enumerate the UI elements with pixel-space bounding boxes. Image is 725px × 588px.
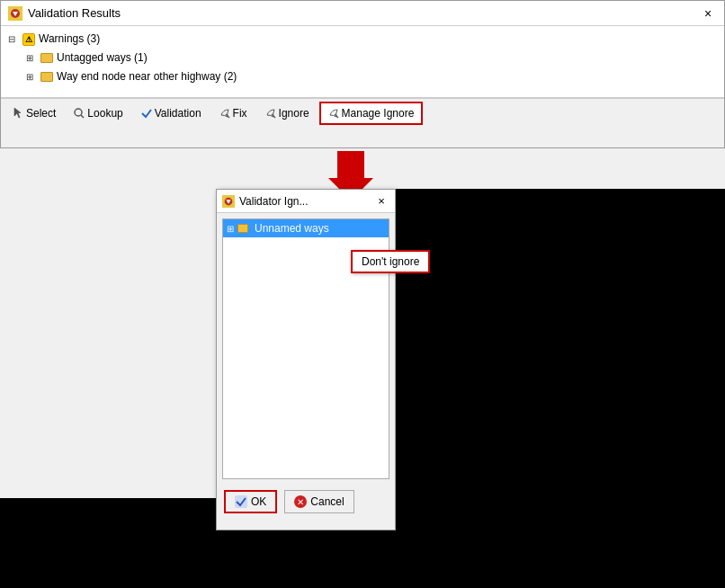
svg-point-4 [75, 109, 82, 116]
main-title-bar: Validation Results × [1, 1, 724, 26]
ignore-icon [265, 108, 276, 119]
untagged-ways-item[interactable]: ⊞ Untagged ways (1) [26, 49, 717, 67]
warnings-label: Warnings (3) [39, 31, 100, 48]
select-label: Select [26, 107, 56, 120]
dialog-footer: OK ✕ Cancel [217, 485, 395, 519]
ignore-label: Ignore [279, 107, 309, 120]
expand-icon-untagged: ⊞ [26, 51, 37, 66]
svg-line-5 [81, 115, 84, 118]
ignore-dialog: Validator Ign... × ⊞ Unnamed ways OK ✕ C… [216, 189, 396, 530]
folder-icon-wayend [40, 72, 53, 82]
manage-ignore-button[interactable]: Manage Ignore [319, 102, 424, 125]
expand-icon: ⊟ [8, 32, 19, 47]
main-window-close-button[interactable]: × [699, 4, 717, 22]
main-window-title: Validation Results [28, 6, 121, 20]
untagged-ways-label: Untagged ways (1) [57, 49, 148, 67]
toolbar: Select Lookup Validation Fix [1, 98, 724, 128]
select-button[interactable]: Select [4, 102, 64, 125]
validation-results-window: Validation Results × ⊟ ⚠ Warnings (3) ⊞ … [0, 0, 725, 148]
dialog-title-text: Validator Ign... [239, 195, 309, 208]
way-end-node-label: Way end node near other highway (2) [57, 68, 237, 85]
warnings-root-item[interactable]: ⊟ ⚠ Warnings (3) [8, 30, 717, 49]
ok-label: OK [251, 495, 266, 508]
warning-icon: ⚠ [22, 33, 35, 46]
select-icon [13, 108, 23, 119]
svg-marker-3 [14, 108, 21, 118]
validation-icon [141, 108, 152, 119]
cancel-icon: ✕ [294, 495, 307, 508]
dialog-title-left: Validator Ign... [222, 195, 309, 208]
expand-icon-wayend: ⊞ [26, 70, 37, 85]
validation-button[interactable]: Validation [133, 102, 210, 125]
dialog-close-button[interactable]: × [373, 193, 389, 209]
cancel-button[interactable]: ✕ Cancel [284, 490, 354, 513]
manage-ignore-label: Manage Ignore [342, 107, 415, 120]
unnamed-ways-item[interactable]: ⊞ Unnamed ways [223, 219, 389, 237]
dont-ignore-item[interactable]: Don't ignore [362, 255, 419, 268]
validation-label: Validation [155, 107, 201, 120]
lookup-icon [74, 108, 85, 119]
title-bar-left: Validation Results [8, 6, 121, 21]
folder-icon-untagged [40, 53, 53, 63]
josm-icon [8, 6, 22, 21]
ok-icon [235, 495, 247, 508]
manage-ignore-icon [328, 108, 339, 119]
way-end-node-item[interactable]: ⊞ Way end node near other highway (2) [26, 67, 717, 86]
ok-button[interactable]: OK [224, 490, 277, 513]
lookup-label: Lookup [87, 107, 122, 120]
dialog-josm-icon [222, 195, 235, 208]
dialog-title-bar: Validator Ign... × [217, 190, 395, 213]
lookup-button[interactable]: Lookup [66, 102, 130, 125]
cancel-label: Cancel [310, 495, 344, 508]
context-menu: Don't ignore [351, 250, 430, 273]
ignore-button[interactable]: Ignore [257, 102, 318, 125]
folder-icon-dialog [237, 224, 248, 233]
unnamed-ways-label: Unnamed ways [255, 222, 329, 235]
fix-button[interactable]: Fix [211, 102, 255, 125]
validation-tree: ⊟ ⚠ Warnings (3) ⊞ Untagged ways (1) ⊞ W… [1, 26, 724, 98]
fix-icon [219, 108, 230, 119]
fix-label: Fix [233, 107, 247, 120]
expand-icon-dialog: ⊞ [227, 224, 234, 234]
